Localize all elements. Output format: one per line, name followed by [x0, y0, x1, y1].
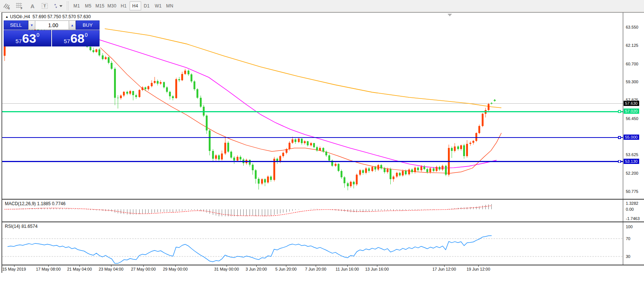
time-axis-label: 5 Jun 20:00: [275, 267, 297, 271]
sell-price-box[interactable]: 57630: [4, 30, 51, 46]
rsi-axis-tick: 30: [626, 254, 630, 259]
macd-values: 1.1885 0.7746: [37, 201, 66, 206]
timeframe-button-m30[interactable]: M30: [106, 1, 118, 10]
y-axis-tick: 52.200: [626, 171, 638, 175]
time-axis-label: 13 Jun 16:00: [365, 267, 389, 271]
price-line-badge: 53.130: [624, 159, 639, 164]
time-axis-label: 19 Jun 12:00: [466, 267, 490, 271]
sell-price-small: 57: [16, 38, 22, 44]
buy-price-box[interactable]: 57680: [52, 30, 100, 46]
time-axis-label: 17 Jun 12:00: [432, 267, 456, 271]
buy-price-big: 68: [71, 31, 85, 46]
price-line-badge: 57.020: [624, 109, 639, 114]
time-axis-label: 11 Jun 16:00: [336, 267, 359, 271]
timeframe-button-m1[interactable]: M1: [71, 1, 82, 10]
timeframe-button-m15[interactable]: M15: [94, 1, 106, 10]
rsi-axis-tick: 70: [626, 236, 630, 241]
y-axis-tick: 63.550: [626, 25, 638, 29]
y-axis-tick: 56.450: [626, 116, 638, 121]
price-up-icon: ▲: [5, 15, 9, 19]
ohlc-title: ▲USOil-,H4 57.690 57.750 57.570 57.630: [5, 14, 91, 19]
sell-button[interactable]: SELL: [4, 20, 28, 30]
main-y-axis[interactable]: 63.55062.12560.70059.30057.87556.45053.6…: [623, 13, 644, 199]
grid-icon[interactable]: F: [14, 1, 25, 11]
time-axis-label: 17 May 08:00: [36, 267, 61, 271]
timeframe-button-w1[interactable]: W1: [153, 1, 164, 10]
rsi-axis-tick: 100: [626, 225, 632, 229]
sell-price-sup: 0: [36, 32, 39, 38]
sell-price-big: 63: [22, 31, 36, 46]
time-axis-label: 23 May 04:00: [99, 267, 124, 271]
price-line-badge: 55.000: [624, 135, 639, 140]
time-axis-label: 15 May 2019: [2, 267, 26, 271]
svg-text:E: E: [8, 7, 10, 10]
timeframe-button-mn[interactable]: MN: [164, 1, 176, 10]
volume-input[interactable]: [35, 20, 69, 30]
timeframe-group: M1M5M15M30H1H4D1W1MN: [71, 1, 176, 10]
toolbar: E F A T M1M5M15M30H1H4D1W1MN: [0, 0, 644, 12]
volume-increase-button[interactable]: ▲: [69, 20, 76, 30]
ohlc-low: 57.570: [62, 14, 76, 19]
time-axis[interactable]: 15 May 201917 May 08:0021 May 04:0023 Ma…: [2, 265, 644, 273]
rsi-label: RSI(14) 81.6574: [5, 224, 38, 229]
ohlc-high: 57.750: [48, 14, 61, 19]
main-pane: ▲USOil-,H4 57.690 57.750 57.570 57.630 S…: [2, 13, 644, 200]
y-axis-tick: 62.125: [626, 43, 638, 48]
macd-pane: MACD(12,26,9) 1.1885 0.7746 1.32820.00-1…: [2, 200, 644, 222]
ohlc-open: 57.690: [33, 14, 46, 19]
svg-text:T: T: [43, 4, 46, 8]
timeframe-button-m5[interactable]: M5: [82, 1, 94, 10]
timeframe-button-d1[interactable]: D1: [141, 1, 153, 10]
macd-axis-tick: 0.00: [626, 207, 634, 211]
volume-decrease-button[interactable]: ▼: [28, 20, 35, 30]
time-axis-label: 7 Jun 20:00: [305, 267, 326, 271]
macd-chart-svg[interactable]: [2, 200, 623, 222]
timeframe-button-h1[interactable]: H1: [118, 1, 130, 10]
y-axis-tick: 50.775: [626, 189, 638, 194]
ohlc-close: 57.630: [77, 14, 91, 19]
buy-price-small: 57: [64, 38, 70, 44]
price-line-badge: 57.630: [624, 101, 639, 106]
y-axis-tick: 53.625: [626, 152, 638, 157]
rsi-value: 81.6574: [22, 224, 38, 229]
time-axis-label: 29 May 00:00: [163, 267, 188, 271]
timeframe-button-h4[interactable]: H4: [130, 1, 141, 10]
time-axis-label: 27 May 00:00: [131, 267, 156, 271]
rsi-pane: RSI(14) 81.6574 1007030: [2, 222, 644, 265]
text-box-icon[interactable]: T: [39, 1, 51, 11]
macd-axis-tick: 1.3282: [626, 201, 638, 206]
svg-text:A: A: [30, 3, 35, 9]
y-axis-tick: 60.700: [626, 62, 638, 66]
indicators-icon[interactable]: E: [1, 1, 13, 11]
rsi-chart-svg[interactable]: [2, 222, 623, 265]
buy-price-sup: 0: [85, 32, 88, 38]
y-axis-tick: 59.300: [626, 80, 638, 84]
time-axis-label: 21 May 04:00: [67, 267, 92, 271]
time-axis-label: 31 May 00:00: [214, 267, 239, 271]
text-label-icon[interactable]: A: [27, 1, 38, 11]
svg-text:F: F: [21, 7, 23, 10]
macd-label: MACD(12,26,9) 1.1885 0.7746: [5, 201, 65, 206]
rsi-y-axis[interactable]: 1007030: [623, 222, 644, 265]
time-axis-label: 3 Jun 20:00: [245, 267, 267, 271]
cycle-arrows-icon[interactable]: [52, 1, 63, 11]
macd-y-axis[interactable]: 1.32820.00-1.7463: [623, 200, 644, 222]
macd-axis-tick: -1.7463: [626, 216, 640, 221]
autoscroll-marker-icon[interactable]: [448, 14, 452, 16]
chart-window: ▲USOil-,H4 57.690 57.750 57.570 57.630 S…: [1, 12, 644, 273]
symbol-label: USOil-,H4: [10, 14, 30, 19]
toolbar-separator: [67, 1, 69, 10]
buy-button[interactable]: BUY: [76, 20, 100, 30]
trade-panel: SELL ▼ ▲ BUY 57630 57680: [4, 20, 100, 46]
